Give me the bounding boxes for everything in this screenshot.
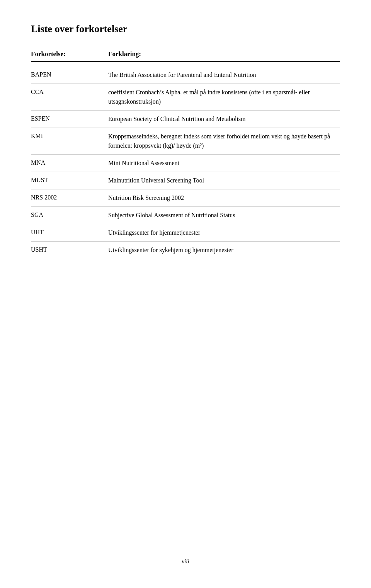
abbreviation-term: KMI (31, 132, 108, 140)
abbreviation-term: USHT (31, 245, 108, 253)
list-item: ESPENEuropean Society of Clinical Nutrit… (31, 111, 340, 128)
abbreviation-definition: coeffisient Cronbach’s Alpha, et mål på … (108, 88, 340, 106)
column-header-abbreviation: Forkortelse: (31, 50, 108, 58)
list-item: CCAcoeffisient Cronbach’s Alpha, et mål … (31, 84, 340, 111)
abbreviation-definition: Nutrition Risk Screening 2002 (108, 193, 340, 203)
list-item: MUSTMalnutrition Universal Screening Too… (31, 172, 340, 189)
column-header-definition: Forklaring: (108, 50, 340, 58)
abbreviation-definition: Utviklingssenter for hjemmetjenester (108, 228, 340, 237)
abbreviation-term: BAPEN (31, 70, 108, 78)
abbreviation-term: ESPEN (31, 114, 108, 122)
abbreviation-definition: Utviklingssenter for sykehjem og hjemmet… (108, 245, 340, 255)
page-title: Liste over forkortelser (31, 23, 340, 35)
abbreviation-term: NRS 2002 (31, 193, 108, 201)
abbreviation-term: CCA (31, 88, 108, 95)
abbreviation-term: SGA (31, 211, 108, 218)
list-item: BAPENThe British Association for Parente… (31, 66, 340, 84)
abbreviation-definition: Kroppsmasseindeks, beregnet indeks som v… (108, 132, 340, 150)
page-number: viii (0, 558, 371, 565)
abbreviation-definition: Mini Nutritional Assessment (108, 159, 340, 168)
table-header: Forkortelse: Forklaring: (31, 50, 340, 62)
list-item: USHTUtviklingssenter for sykehjem og hje… (31, 242, 340, 259)
abbreviation-definition: Subjective Global Assessment of Nutritio… (108, 211, 340, 220)
abbreviation-list: BAPENThe British Association for Parente… (31, 66, 340, 259)
abbreviation-term: UHT (31, 228, 108, 236)
list-item: MNAMini Nutritional Assessment (31, 155, 340, 172)
abbreviation-definition: The British Association for Parenteral a… (108, 70, 340, 80)
abbreviation-definition: European Society of Clinical Nutrition a… (108, 114, 340, 124)
abbreviation-definition: Malnutrition Universal Screening Tool (108, 176, 340, 185)
abbreviation-term: MUST (31, 176, 108, 184)
list-item: NRS 2002Nutrition Risk Screening 2002 (31, 189, 340, 207)
list-item: SGASubjective Global Assessment of Nutri… (31, 207, 340, 224)
abbreviation-term: MNA (31, 159, 108, 166)
list-item: KMIKroppsmasseindeks, beregnet indeks so… (31, 128, 340, 155)
list-item: UHTUtviklingssenter for hjemmetjenester (31, 224, 340, 242)
